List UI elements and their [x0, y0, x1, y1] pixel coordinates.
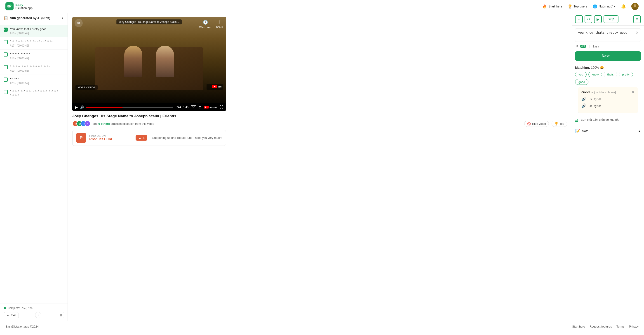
avatar[interactable]	[631, 3, 638, 10]
progress-track[interactable]	[86, 107, 173, 108]
play-icon: ▶	[596, 17, 599, 22]
svg-text:YouTube: YouTube	[209, 106, 217, 108]
main-layout: 📋 Sub generated by AI (PRO) ▲ ✓ You know…	[0, 13, 644, 321]
video-channel-logo: 30	[74, 19, 83, 27]
word-chip-know: know	[588, 72, 602, 77]
word-chip-good: good	[575, 79, 588, 85]
ph-supporting-text: Supporting us on ProductHunt. Thank you …	[152, 136, 222, 140]
checkbox[interactable]	[4, 78, 8, 82]
clear-input-button[interactable]: ✕	[636, 30, 638, 35]
mic-count: 0/5	[580, 45, 586, 48]
footer-brand: EasyDictation.app ©2024	[6, 325, 39, 328]
chevron-up-icon: ▲	[638, 129, 641, 133]
checkbox[interactable]: ✓	[4, 28, 8, 32]
dictation-input[interactable]	[575, 28, 641, 42]
nav-top-users[interactable]: 🏆 Top users	[568, 4, 587, 8]
ph-logo: P	[76, 133, 86, 143]
play-subtitled-button[interactable]: ▶	[594, 15, 602, 23]
list-item[interactable]: ****** ****** #18 - [00:00:47]	[0, 50, 68, 62]
def-pos: [adj. n. idiom phrase]	[590, 91, 616, 94]
hide-video-button[interactable]: 🚫 Hide video	[524, 121, 549, 127]
list-item[interactable]: ** *** #20 - [00:00:57]	[0, 75, 68, 87]
microphone-button[interactable]: 🎙 0/5	[575, 44, 586, 48]
skip-button[interactable]: Skip	[604, 15, 618, 23]
exit-icon: ←	[6, 314, 10, 317]
more-videos-button[interactable]: MORE VIDEOS	[76, 85, 98, 90]
play-uk-button[interactable]: 🔊	[582, 103, 586, 108]
others-link[interactable]: 6 others	[98, 122, 110, 126]
note-icon: 📝	[575, 128, 580, 134]
header-nav: 🔥 Start here 🏆 Top users 🌐 Ngôn ngữ ▾ 🔔	[542, 3, 638, 10]
translation-row: ⇄ Bạn biết đấy, điều đó khá tốt.	[575, 118, 641, 124]
nav-start-here[interactable]: 🔥 Start here	[542, 4, 562, 8]
scene-figures	[72, 46, 226, 77]
next-button[interactable]: Next →	[575, 51, 641, 61]
note-header[interactable]: 📝 Note ▲	[575, 128, 641, 134]
figure-1	[124, 46, 142, 77]
checkbox[interactable]	[4, 90, 8, 94]
timestamp: #18 - [00:00:47]	[10, 57, 30, 60]
video-meta-right: 🚫 Hide video 🏆 Top	[524, 121, 567, 127]
main-content: 30 Joey Changes His Stage Name to Joseph…	[68, 13, 572, 321]
play-us-button[interactable]: 🔊	[582, 96, 586, 102]
menu-button[interactable]: ≡	[633, 15, 641, 23]
dialect-uk: uk	[589, 104, 592, 108]
timestamp: #20 - [00:00:57]	[10, 82, 29, 85]
list-item[interactable]: ✓ You know, that's pretty good. #16 - [0…	[0, 25, 68, 37]
sidebar-item-content: ** *** #20 - [00:00:57]	[10, 77, 29, 85]
checkbox[interactable]	[4, 40, 8, 44]
share-icon: ⤴	[218, 20, 220, 25]
exit-button[interactable]: ← Exit	[4, 312, 19, 318]
footer-start-here[interactable]: Start here	[572, 325, 585, 328]
ph-upvote-button[interactable]: ▲ 1	[136, 135, 147, 140]
replay-button[interactable]: ↺	[584, 15, 592, 23]
footer-privacy[interactable]: Privacy	[629, 325, 638, 328]
checkbox[interactable]	[4, 65, 8, 69]
volume-button[interactable]: 🔊	[80, 105, 84, 109]
svg-point-5	[634, 4, 636, 7]
watch-later-button[interactable]: 🕐 Watch later	[199, 20, 212, 28]
play-button[interactable]: ▶	[75, 105, 78, 110]
checkbox[interactable]	[4, 52, 8, 56]
subtitle-text: You know, that's pretty good.	[10, 27, 47, 31]
footer-terms[interactable]: Terms	[616, 325, 624, 328]
cc-button[interactable]: CC	[191, 105, 196, 109]
logo-area[interactable]: Easy Dictation.app	[6, 2, 32, 10]
back-button[interactable]: ←	[575, 15, 583, 23]
youtube-logo: YouTube	[206, 84, 223, 90]
fullscreen-button[interactable]: ⛶	[220, 105, 223, 109]
chevron-up-icon[interactable]: ▲	[61, 16, 64, 20]
translation-text: Bạn biết đấy, điều đó khá tốt.	[581, 118, 619, 122]
layout-button[interactable]: ⊞	[58, 312, 64, 318]
list-item[interactable]: *** ***** **** ** *** ****** #17 - [00:0…	[0, 37, 68, 50]
word-chip-thats: thats	[604, 72, 617, 77]
def-close-button[interactable]: ✕	[632, 90, 634, 94]
logo-text: Easy Dictation.app	[15, 3, 32, 10]
word-chips: you know thats pretty good	[575, 72, 641, 85]
top-button[interactable]: 🏆 Top	[552, 121, 567, 127]
info-button[interactable]: i	[35, 312, 41, 318]
time-display: 0:44 / 1:45	[176, 106, 188, 109]
matching-section: Matching: 100% 🤩 you know thats pretty g…	[572, 64, 644, 87]
masked-text: *** ***** **** ** *** ******	[10, 40, 53, 44]
nav-language[interactable]: 🌐 Ngôn ngữ ▾	[593, 4, 616, 8]
share-button[interactable]: ⤴ Share	[216, 20, 223, 28]
sidebar-item-content: * ***** **** ******** **** #19 - [00:00:…	[10, 65, 50, 72]
masked-text: ****** ******	[10, 52, 30, 56]
video-container: 30 Joey Changes His Stage Name to Joseph…	[72, 17, 226, 111]
settings-button[interactable]: ⚙	[198, 105, 202, 110]
note-header-left: 📝 Note	[575, 128, 589, 134]
translate-icon: 🌐	[593, 4, 597, 8]
sidebar-header-left: 📋 Sub generated by AI (PRO)	[4, 16, 50, 20]
list-item[interactable]: * ***** **** ******** **** #19 - [00:00:…	[0, 62, 68, 75]
nav-notifications[interactable]: 🔔	[621, 4, 626, 9]
friends-scene: 30 Joey Changes His Stage Name to Joseph…	[72, 17, 226, 103]
chevron-down-icon: ▾	[614, 4, 616, 8]
footer-request-features[interactable]: Request features	[590, 325, 612, 328]
producthunt-banner[interactable]: P FIND US ON Product Hunt ▲ 1 Supporting…	[72, 130, 226, 146]
phonetic-us: /ɡʊd/	[594, 98, 601, 101]
list-item[interactable]: ****** ******* ********* ****** ******	[0, 87, 68, 100]
progress-dot	[4, 307, 6, 309]
replay-icon: ↺	[587, 17, 590, 22]
def-header: Good [adj. n. idiom phrase] ✕	[582, 90, 634, 94]
